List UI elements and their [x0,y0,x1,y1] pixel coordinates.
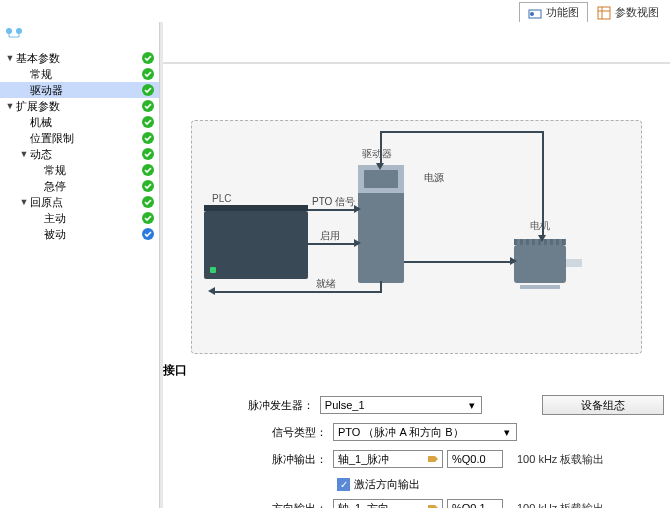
status-check-icon [141,51,155,65]
dir-output-dropdown[interactable]: 轴_1_方向 [333,499,443,508]
plc-label: PLC [212,193,231,204]
status-check-icon [141,99,155,113]
chevron-down-icon: ▾ [465,398,479,412]
status-check-icon [141,163,155,177]
tab-function-diagram[interactable]: 功能图 [519,2,588,23]
tree-item-label: 急停 [44,179,141,194]
tab-label: 功能图 [546,5,579,20]
status-check-icon [141,67,155,81]
tag-icon [426,501,440,508]
dir-output-address[interactable]: %Q0.1 [447,499,503,508]
tree-item-label: 机械 [30,115,141,130]
pulse-output-label: 脉冲输出： [223,452,333,467]
pulse-output-dropdown[interactable]: 轴_1_脉冲 [333,450,443,468]
svg-rect-19 [428,456,435,462]
status-check-icon [141,131,155,145]
main-content: PLC 驱动器 电机 电源 [163,22,670,508]
status-check-icon [141,179,155,193]
chevron-down-icon: ▾ [500,425,514,439]
tree-expand-icon[interactable]: ▼ [18,149,30,159]
ready-label: 就绪 [316,277,336,291]
plc-box [204,211,308,279]
tree-expand-icon[interactable]: ▼ [4,53,16,63]
function-diagram-icon [528,6,542,20]
dir-output-label: 方向输出： [223,501,333,509]
activate-direction-label: 激活方向输出 [354,477,420,492]
tree-item-label: 回原点 [30,195,141,210]
tree-item[interactable]: ▼基本参数 [0,50,159,66]
power-label: 电源 [424,171,444,185]
tree-item[interactable]: ▸主动 [0,210,159,226]
pulse-gen-value: Pulse_1 [325,399,465,411]
tree-item[interactable]: ▸急停 [0,178,159,194]
ruler-line [163,62,670,64]
signal-type-value: PTO （脉冲 A 和方向 B） [338,425,500,440]
status-check-icon [141,195,155,209]
pulse-output-value: 轴_1_脉冲 [338,452,426,467]
tree-item[interactable]: ▸机械 [0,114,159,130]
svg-point-1 [530,12,534,16]
pulse-output-address[interactable]: %Q0.0 [447,450,503,468]
tree-expand-icon[interactable]: ▼ [4,101,16,111]
tree-item-label: 位置限制 [30,131,141,146]
tree-item[interactable]: ▼回原点 [0,194,159,210]
signal-type-dropdown[interactable]: PTO （脉冲 A 和方向 B） ▾ [333,423,517,441]
param-view-icon [597,6,611,20]
pto-signal-label: PTO 信号 [312,195,355,209]
dir-output-value: 轴_1_方向 [338,501,426,509]
status-check-icon [141,115,155,129]
tree-item-label: 主动 [44,211,141,226]
pulse-gen-dropdown[interactable]: Pulse_1 ▾ [320,396,482,414]
tab-param-view[interactable]: 参数视图 [588,2,668,23]
tag-icon [426,452,440,466]
tree-item[interactable]: ▼扩展参数 [0,98,159,114]
tree-item[interactable]: ▸常规 [0,66,159,82]
tree-item[interactable]: ▸驱动器 [0,82,159,98]
status-check-icon [141,147,155,161]
motor-label: 电机 [530,219,550,233]
tree-item-label: 常规 [30,67,141,82]
pulse-gen-label: 脉冲发生器： [223,398,320,413]
svg-rect-2 [598,7,610,19]
activate-direction-checkbox[interactable]: ✓ [337,478,350,491]
svg-point-5 [6,28,12,34]
tab-label: 参数视图 [615,5,659,20]
parameter-tree: ▼基本参数▸常规▸驱动器▼扩展参数▸机械▸位置限制▼动态▸常规▸急停▼回原点▸主… [0,48,159,244]
tree-item-label: 常规 [44,163,141,178]
topology-diagram: PLC 驱动器 电机 电源 [191,120,642,354]
enable-label: 启用 [320,229,340,243]
status-check-icon [141,227,155,241]
sidebar-header [0,22,159,48]
drive-box [358,165,404,283]
pulse-freq-text: 100 kHz 板载输出 [517,452,604,467]
tree-item-label: 扩展参数 [16,99,141,114]
tree-item-label: 驱动器 [30,83,141,98]
parameter-tree-panel: ▼基本参数▸常规▸驱动器▼扩展参数▸机械▸位置限制▼动态▸常规▸急停▼回原点▸主… [0,22,160,508]
tree-item[interactable]: ▼动态 [0,146,159,162]
svg-point-6 [16,28,22,34]
status-check-icon [141,83,155,97]
tree-item-label: 被动 [44,227,141,242]
tree-expand-icon[interactable]: ▼ [18,197,30,207]
motor-box [514,237,582,285]
status-check-icon [141,211,155,225]
device-config-button[interactable]: 设备组态 [542,395,665,415]
signal-type-label: 信号类型： [223,425,333,440]
tree-item[interactable]: ▸常规 [0,162,159,178]
dir-freq-text: 100 kHz 板载输出 [517,501,604,509]
tree-item[interactable]: ▸被动 [0,226,159,242]
hw-interface-title: 接口 [163,354,664,385]
tree-item-label: 基本参数 [16,51,141,66]
tree-item-label: 动态 [30,147,141,162]
tree-item[interactable]: ▸位置限制 [0,130,159,146]
drive-label: 驱动器 [362,147,392,161]
